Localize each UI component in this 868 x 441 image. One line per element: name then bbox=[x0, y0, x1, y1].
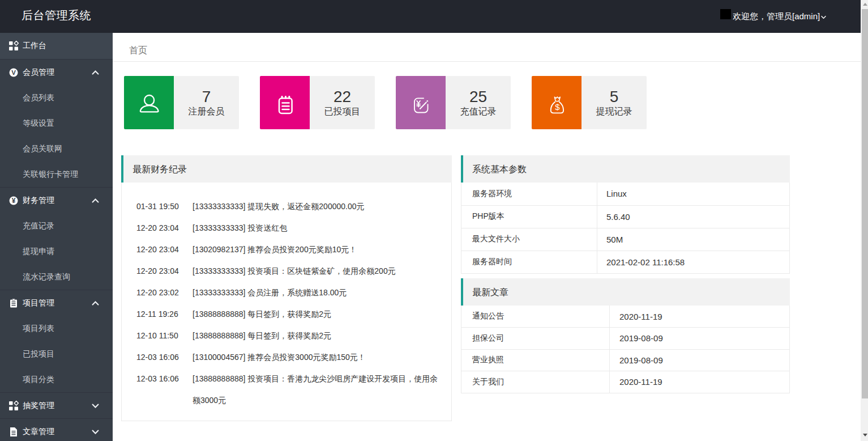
svg-text:$: $ bbox=[555, 102, 560, 112]
svg-text:V: V bbox=[11, 69, 16, 76]
svg-text:¥: ¥ bbox=[12, 197, 16, 205]
